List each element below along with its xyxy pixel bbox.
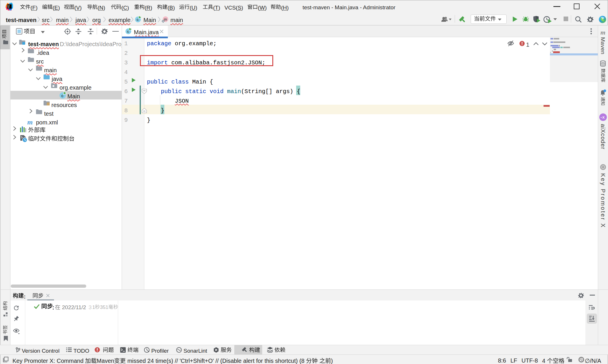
svg-text:c: c <box>137 17 139 22</box>
svg-text:~X: ~X <box>600 116 605 119</box>
svg-text:m: m <box>164 17 167 21</box>
svg-text:c: c <box>127 29 129 34</box>
svg-text:IJ: IJ <box>8 5 10 7</box>
svg-text:c: c <box>61 93 64 98</box>
